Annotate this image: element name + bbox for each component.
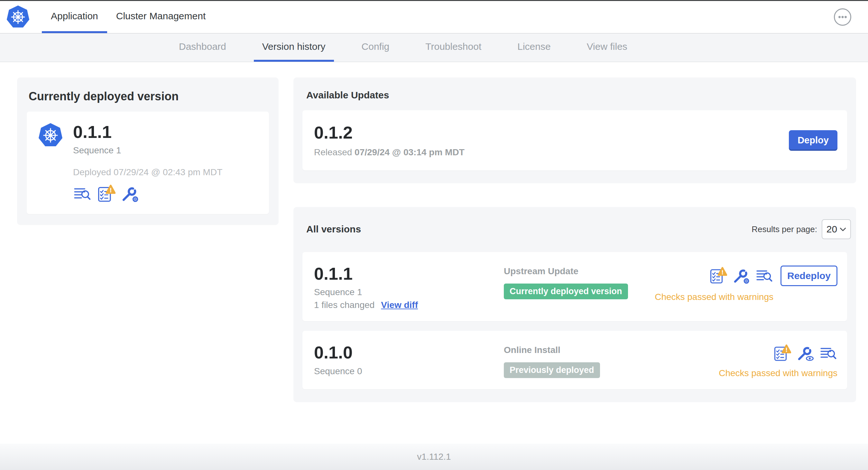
app-subnav: Dashboard Version history Config Trouble…	[0, 33, 868, 62]
tab-view-files[interactable]: View files	[579, 33, 636, 62]
deploy-button[interactable]: Deploy	[789, 130, 837, 151]
preflight-checks-warning-icon[interactable]	[97, 184, 116, 203]
versions-column: Available Updates 0.1.2 Released 07/29/2…	[293, 77, 856, 402]
current-version-deployed-date: Deployed 07/29/24 @ 02:43 pm MDT	[73, 167, 222, 177]
current-version-number: 0.1.1	[73, 123, 222, 141]
all-versions-card: All versions Results per page: 20 0.1.1 …	[293, 207, 856, 402]
release-notes-icon[interactable]	[755, 267, 773, 285]
tab-version-history-label: Version history	[262, 41, 326, 52]
app-footer: v1.112.1	[0, 444, 868, 470]
current-version-info: 0.1.1 Sequence 1 Deployed 07/29/24 @ 02:…	[73, 123, 222, 203]
chevron-down-icon	[840, 227, 846, 231]
all-versions-header: All versions Results per page: 20	[306, 219, 847, 239]
app-kubernetes-icon	[38, 123, 63, 203]
version-number: 0.1.0	[314, 343, 504, 362]
results-per-page-label: Results per page:	[751, 224, 817, 234]
tab-cluster-management-label: Cluster Management	[116, 11, 206, 22]
update-released-line: Released 07/29/24 @ 03:14 pm MDT	[314, 147, 465, 158]
tab-version-history[interactable]: Version history	[254, 33, 334, 62]
tab-troubleshoot[interactable]: Troubleshoot	[417, 33, 490, 62]
files-changed-count: 1 files changed	[314, 300, 374, 310]
view-config-icon[interactable]	[796, 344, 814, 362]
version-row-info: 0.1.1 Sequence 1 1 files changed View di…	[314, 264, 504, 310]
current-version-title: Currently deployed version	[29, 90, 269, 103]
current-version-detail: 0.1.1 Sequence 1 Deployed 07/29/24 @ 02:…	[27, 111, 269, 214]
current-version-sequence: Sequence 1	[73, 145, 222, 156]
kubernetes-logo-icon	[6, 1, 30, 33]
preflight-checks-warning-icon[interactable]	[773, 344, 791, 362]
version-row-info: 0.1.0 Sequence 0	[314, 343, 504, 378]
checks-status-text: Checks passed with warnings	[719, 368, 837, 378]
tab-dashboard-label: Dashboard	[179, 41, 226, 52]
status-badge: Previously deployed	[504, 362, 600, 378]
available-updates-title: Available Updates	[306, 90, 847, 101]
preflight-checks-warning-icon[interactable]	[709, 267, 727, 285]
main-content: Currently deployed version 0.1.1 Sequenc…	[0, 62, 868, 444]
tab-application-label: Application	[51, 11, 98, 22]
released-label: Released	[314, 147, 354, 157]
update-row: 0.1.2 Released 07/29/24 @ 03:14 pm MDT D…	[302, 110, 847, 170]
tab-config[interactable]: Config	[353, 33, 398, 62]
version-row-0-1-0: 0.1.0 Sequence 0 Online Install Previous…	[302, 331, 847, 389]
files-changed-line: 1 files changed View diff	[314, 300, 504, 310]
status-badge: Currently deployed version	[504, 283, 628, 299]
current-version-card: Currently deployed version 0.1.1 Sequenc…	[17, 77, 279, 225]
redeploy-button[interactable]: Redeploy	[780, 266, 837, 286]
edit-config-icon[interactable]	[732, 267, 750, 285]
version-source-block: Upstream Update Currently deployed versi…	[504, 264, 628, 310]
version-source: Upstream Update	[504, 266, 628, 276]
results-per-page-value: 20	[827, 224, 837, 235]
admin-console-version: v1.112.1	[417, 452, 451, 462]
version-row-0-1-1: 0.1.1 Sequence 1 1 files changed View di…	[302, 252, 847, 321]
results-per-page: Results per page: 20	[751, 219, 847, 239]
edit-config-icon[interactable]	[121, 184, 139, 203]
tab-license[interactable]: License	[509, 33, 559, 62]
all-versions-title: All versions	[306, 224, 361, 235]
version-sequence: Sequence 0	[314, 366, 504, 376]
checks-status-text: Checks passed with warnings	[655, 292, 773, 302]
version-sequence: Sequence 1	[314, 287, 504, 297]
version-source: Online Install	[504, 345, 600, 355]
results-per-page-select[interactable]: 20	[822, 219, 851, 239]
available-updates-card: Available Updates 0.1.2 Released 07/29/2…	[293, 77, 856, 183]
tab-view-files-label: View files	[587, 41, 627, 52]
update-version-number: 0.1.2	[314, 123, 465, 142]
release-notes-icon[interactable]	[73, 184, 92, 203]
tab-license-label: License	[517, 41, 551, 52]
version-actions: Redeploy	[704, 266, 837, 286]
overflow-menu-button[interactable]	[833, 1, 852, 33]
release-notes-icon[interactable]	[819, 344, 837, 362]
tab-troubleshoot-label: Troubleshoot	[425, 41, 481, 52]
released-date: 07/29/24 @ 03:14 pm MDT	[354, 147, 465, 157]
version-actions	[768, 344, 837, 362]
version-actions-block: Checks passed with warnings	[719, 343, 837, 378]
update-info: 0.1.2 Released 07/29/24 @ 03:14 pm MDT	[314, 123, 465, 158]
tab-config-label: Config	[362, 41, 390, 52]
tab-dashboard[interactable]: Dashboard	[170, 33, 235, 62]
version-actions-block: Redeploy Checks passed with warnings	[655, 264, 837, 310]
version-number: 0.1.1	[314, 264, 504, 283]
current-version-column: Currently deployed version 0.1.1 Sequenc…	[17, 77, 279, 225]
view-diff-link[interactable]: View diff	[381, 300, 418, 310]
current-version-actions	[73, 184, 222, 203]
tab-cluster-management[interactable]: Cluster Management	[107, 1, 215, 33]
version-source-block: Online Install Previously deployed	[504, 343, 600, 378]
ellipsis-icon	[833, 8, 852, 26]
app-header: Application Cluster Management	[0, 1, 868, 33]
tab-application[interactable]: Application	[42, 1, 107, 33]
